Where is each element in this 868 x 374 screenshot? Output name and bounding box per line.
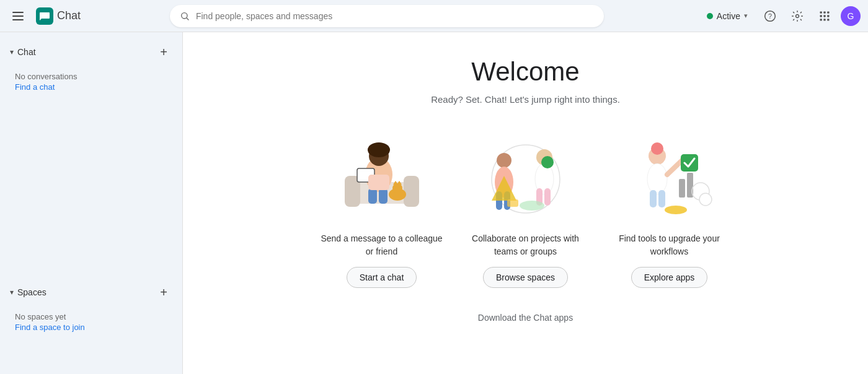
chat-illustration: [326, 129, 438, 222]
browse-spaces-card-text: Collaborate on projects with teams or gr…: [464, 232, 588, 258]
svg-point-5: [795, 14, 799, 17]
help-button[interactable]: ?: [759, 5, 781, 27]
start-chat-card: Send a message to a colleague or friend …: [320, 129, 444, 288]
add-chat-button[interactable]: +: [155, 43, 172, 61]
main-area: ▾ Chat + No conversations Find a chat ▾ …: [0, 32, 868, 374]
svg-rect-12: [820, 19, 822, 20]
chat-chevron-icon: ▾: [10, 48, 14, 56]
svg-rect-9: [820, 15, 822, 17]
avatar[interactable]: G: [841, 6, 861, 26]
apps-grid-button[interactable]: [813, 5, 836, 27]
no-conversations-text: No conversations: [15, 72, 77, 81]
cards-row: Send a message to a colleague or friend …: [320, 129, 732, 288]
chat-section-header[interactable]: ▾ Chat +: [0, 40, 182, 64]
help-icon: ?: [764, 10, 776, 22]
explore-apps-card: Find tools to upgrade your workflows Exp…: [608, 129, 732, 288]
svg-rect-11: [827, 15, 829, 17]
status-button[interactable]: Active ▾: [701, 9, 754, 24]
svg-point-52: [699, 193, 712, 206]
svg-rect-37: [544, 188, 551, 206]
svg-rect-7: [823, 11, 825, 13]
search-bar: [170, 5, 604, 27]
svg-point-40: [520, 201, 544, 211]
svg-rect-13: [823, 19, 825, 20]
svg-rect-46: [658, 190, 665, 207]
chat-app-icon: [36, 7, 53, 25]
svg-point-24: [392, 183, 402, 193]
status-dot: [707, 13, 713, 19]
spaces-section: ▾ Spaces + No spaces yet Find a space to…: [0, 277, 182, 344]
explore-apps-button[interactable]: Explore apps: [631, 267, 708, 288]
spaces-chevron-icon: ▾: [10, 288, 14, 297]
chevron-down-icon: ▾: [744, 12, 748, 20]
search-icon: [180, 11, 190, 21]
svg-rect-14: [827, 19, 829, 20]
svg-point-39: [541, 156, 554, 168]
start-chat-card-text: Send a message to a colleague or friend: [320, 232, 444, 258]
hamburger-icon: [11, 9, 26, 24]
svg-rect-6: [820, 11, 822, 13]
svg-rect-10: [823, 15, 825, 17]
start-chat-button[interactable]: Start a chat: [347, 267, 417, 288]
sidebar: ▾ Chat + No conversations Find a chat ▾ …: [0, 32, 183, 374]
svg-rect-48: [679, 179, 685, 198]
svg-point-53: [665, 206, 687, 214]
topbar-right: Active ▾ ?: [701, 5, 861, 27]
svg-rect-28: [368, 175, 389, 190]
download-label: Download the Chat apps: [478, 313, 573, 323]
search-input[interactable]: [196, 11, 594, 21]
add-space-button[interactable]: +: [155, 284, 172, 301]
gear-icon: [791, 10, 804, 22]
status-label: Active: [717, 11, 740, 21]
chat-empty-state: No conversations Find a chat: [0, 64, 182, 102]
spaces-empty-state: No spaces yet Find a space to join: [0, 305, 182, 342]
hamburger-button[interactable]: [7, 5, 30, 27]
explore-apps-card-text: Find tools to upgrade your workflows: [608, 232, 732, 258]
browse-spaces-button[interactable]: Browse spaces: [483, 267, 568, 288]
svg-rect-8: [827, 11, 829, 13]
no-spaces-text: No spaces yet: [15, 312, 66, 321]
svg-point-30: [497, 153, 512, 168]
svg-line-47: [667, 160, 682, 175]
find-chat-link[interactable]: Find a chat: [15, 82, 172, 92]
content-area: Welcome Ready? Set. Chat! Let's jump rig…: [183, 32, 868, 374]
welcome-title: Welcome: [471, 57, 579, 87]
app-logo: Chat: [36, 7, 81, 25]
svg-point-44: [647, 163, 667, 194]
chat-section-label: Chat: [17, 47, 36, 57]
grid-icon: [818, 10, 831, 22]
svg-point-43: [651, 142, 663, 155]
svg-rect-22: [379, 188, 388, 204]
svg-point-20: [368, 142, 390, 157]
apps-illustration: [614, 129, 725, 222]
spaces-section-header[interactable]: ▾ Spaces +: [0, 280, 182, 305]
settings-button[interactable]: [786, 5, 808, 27]
chat-section: ▾ Chat + No conversations Find a chat: [0, 37, 182, 104]
chat-section-title: ▾ Chat: [10, 47, 36, 57]
topbar: Chat Active ▾ ?: [0, 0, 868, 32]
svg-rect-21: [368, 188, 377, 204]
svg-rect-50: [681, 154, 698, 172]
spaces-illustration: [470, 129, 582, 222]
svg-text:?: ?: [768, 12, 772, 20]
topbar-left: Chat: [7, 5, 119, 27]
app-title-label: Chat: [57, 9, 81, 22]
spaces-section-title: ▾ Spaces: [10, 287, 46, 297]
svg-rect-41: [507, 199, 518, 207]
search-container: [170, 5, 604, 27]
welcome-subtitle: Ready? Set. Chat! Let's jump right into …: [431, 94, 620, 105]
find-space-link[interactable]: Find a space to join: [15, 323, 172, 332]
svg-line-2: [187, 18, 188, 20]
spaces-section-label: Spaces: [17, 287, 46, 297]
svg-rect-17: [404, 176, 419, 207]
svg-rect-45: [650, 190, 657, 207]
browse-spaces-card: Collaborate on projects with teams or gr…: [464, 129, 588, 288]
